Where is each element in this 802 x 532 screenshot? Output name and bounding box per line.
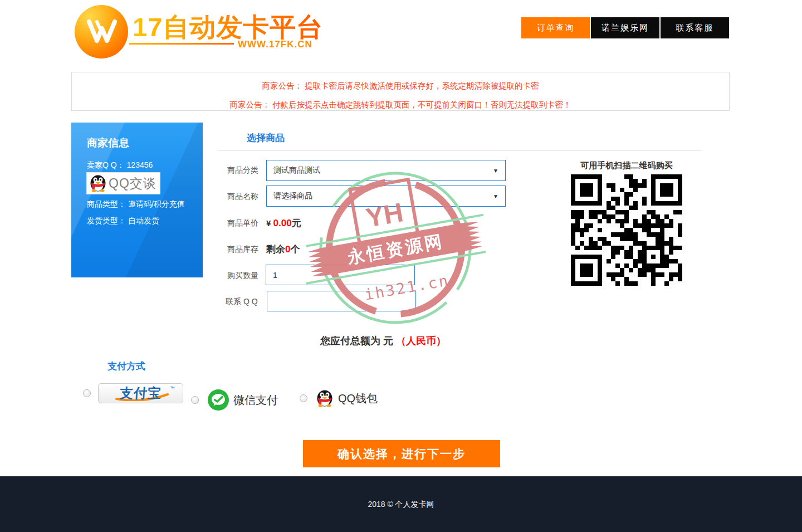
order-query-button[interactable]: 订单查询 bbox=[521, 17, 590, 38]
section-divider bbox=[217, 150, 702, 151]
qq-wallet-radio[interactable] bbox=[300, 394, 307, 402]
price-value: ¥ 0.00元 bbox=[266, 217, 301, 230]
qq-chat-button[interactable]: QQ交谈 bbox=[86, 172, 160, 194]
stock-label: 商品库存 bbox=[227, 245, 258, 255]
price-amount: 0.00 bbox=[273, 218, 292, 228]
qr-caption: 可用手机扫描二维码购买 bbox=[565, 160, 688, 171]
seller-delivery-type: 发货类型： 自动发货 bbox=[87, 216, 159, 226]
stock-prefix: 剩余 bbox=[266, 244, 285, 255]
wechat-pay-label: 微信支付 bbox=[233, 393, 278, 408]
payment-option-wechat[interactable]: 微信支付 bbox=[191, 389, 278, 411]
merchant-notice-box: 商家公告： 提取卡密后请尽快激活使用或保存好，系统定期清除被提取的卡密 商家公告… bbox=[71, 72, 730, 111]
category-select[interactable]: 测试商品测试 ▼ bbox=[266, 160, 506, 181]
seller-info-panel: 商家信息 卖家Q Q： 123456 QQ交谈 商品类型： 邀请码/积分充值 发… bbox=[71, 123, 203, 277]
choose-product-title: 选择商品 bbox=[247, 131, 285, 144]
notice-line-2: 商家公告： 付款后按提示点击确定跳转到提取页面，不可提前关闭窗口！否则无法提取到… bbox=[72, 95, 729, 114]
contact-qq-input[interactable] bbox=[267, 291, 416, 311]
quantity-input[interactable] bbox=[266, 265, 415, 285]
total-amount-line: 您应付总额为 元 （人民币） bbox=[216, 334, 550, 348]
stock-value: 剩余0个 bbox=[266, 243, 300, 256]
product-name-label: 商品名称 bbox=[227, 192, 258, 202]
site-logo-icon[interactable] bbox=[75, 5, 128, 58]
seller-qq: 卖家Q Q： 123456 bbox=[87, 160, 153, 170]
brand-underline bbox=[129, 43, 234, 45]
category-select-value: 测试商品测试 bbox=[273, 165, 320, 175]
chevron-down-icon: ▼ bbox=[493, 193, 498, 199]
product-name-select-value: 请选择商品 bbox=[273, 191, 312, 201]
footer: 2018 © 个人发卡网 bbox=[0, 476, 802, 532]
chevron-down-icon: ▼ bbox=[493, 168, 498, 174]
price-yen: ¥ bbox=[266, 218, 273, 228]
nolan-site-button[interactable]: 诺兰娱乐网 bbox=[591, 17, 659, 38]
price-unit: 元 bbox=[292, 218, 301, 228]
contact-service-button[interactable]: 联系客服 bbox=[661, 17, 729, 38]
qr-code bbox=[571, 174, 682, 286]
qq-chat-label: QQ交谈 bbox=[109, 175, 157, 192]
stock-suffix: 个 bbox=[290, 244, 300, 255]
qq-wallet-icon bbox=[315, 389, 334, 408]
payment-option-alipay[interactable]: 支付宝 ™ bbox=[83, 383, 183, 403]
wechat-pay-icon bbox=[207, 389, 229, 411]
payment-method-title: 支付方式 bbox=[107, 360, 145, 373]
alipay-tm: ™ bbox=[170, 385, 175, 391]
stamp-banner-text: 永恒资源网 bbox=[345, 231, 445, 267]
total-text: 您应付总额为 元 bbox=[320, 335, 396, 346]
total-currency-note: （人民币） bbox=[396, 335, 446, 346]
alipay-radio[interactable] bbox=[83, 389, 91, 397]
quantity-label: 购买数量 bbox=[227, 271, 258, 281]
qq-penguin-icon bbox=[89, 174, 107, 193]
seller-info-title: 商家信息 bbox=[87, 136, 129, 150]
wechat-radio[interactable] bbox=[191, 396, 199, 404]
notice-line-1: 商家公告： 提取卡密后请尽快激活使用或保存好，系统定期清除被提取的卡密 bbox=[72, 76, 729, 95]
seller-product-type: 商品类型： 邀请码/积分充值 bbox=[87, 199, 185, 209]
payment-option-qq-wallet[interactable]: QQ钱包 bbox=[300, 389, 378, 408]
price-label: 商品单价 bbox=[227, 218, 258, 228]
qq-wallet-label: QQ钱包 bbox=[338, 391, 378, 406]
brand-site-url: WWW.17FK.CN bbox=[238, 39, 312, 50]
product-name-select[interactable]: 请选择商品 ▼ bbox=[266, 186, 506, 207]
page: 17自动发卡平台 WWW.17FK.CN 订单查询 诺兰娱乐网 联系客服 商家公… bbox=[0, 0, 802, 532]
category-label: 商品分类 bbox=[227, 165, 258, 175]
alipay-label: 支付宝 bbox=[119, 384, 162, 402]
alipay-logo: 支付宝 ™ bbox=[98, 383, 183, 403]
logo-w-mark-icon bbox=[75, 5, 128, 58]
footer-copyright: 2018 © 个人发卡网 bbox=[0, 500, 802, 510]
contact-qq-label: 联系 Q Q bbox=[226, 297, 258, 307]
confirm-next-step-button[interactable]: 确认选择，进行下一步 bbox=[303, 440, 500, 467]
